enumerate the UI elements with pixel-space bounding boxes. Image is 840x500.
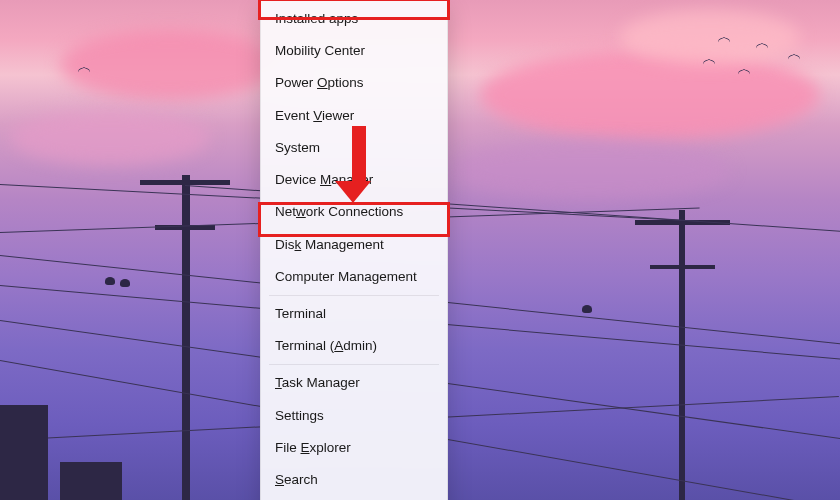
menu-item-label: File Explorer [275, 440, 351, 455]
menu-item-label: Event Viewer [275, 108, 354, 123]
menu-item-terminal-admin[interactable]: Terminal (Admin) [263, 330, 445, 362]
wallpaper-pole [679, 210, 685, 500]
menu-separator [269, 364, 439, 365]
menu-item-label: System [275, 140, 320, 155]
menu-item-label: Task Manager [275, 375, 360, 390]
menu-item-label: Disk Management [275, 237, 384, 252]
menu-item-computer-management[interactable]: Computer Management [263, 261, 445, 293]
wallpaper-pole [182, 175, 190, 500]
menu-item-label: Installed apps [275, 11, 358, 26]
winx-context-menu: Installed appsMobility CenterPower Optio… [260, 0, 448, 500]
menu-item-system[interactable]: System [263, 132, 445, 164]
menu-separator [269, 295, 439, 296]
wallpaper-cloud [450, 140, 730, 200]
wallpaper-building [0, 405, 48, 500]
menu-item-search[interactable]: Search [263, 464, 445, 496]
menu-item-label: Computer Management [275, 269, 417, 284]
wallpaper-crossbar [650, 265, 715, 269]
wallpaper-bird [703, 60, 715, 66]
menu-item-installed-apps[interactable]: Installed apps [263, 3, 445, 35]
menu-item-label: Mobility Center [275, 43, 365, 58]
menu-item-power-options[interactable]: Power Options [263, 67, 445, 99]
menu-item-disk-management[interactable]: Disk Management [263, 229, 445, 261]
wallpaper-bird [738, 70, 750, 76]
menu-item-label: Terminal [275, 306, 326, 321]
menu-item-mobility-center[interactable]: Mobility Center [263, 35, 445, 67]
menu-item-label: Power Options [275, 75, 364, 90]
menu-item-run[interactable]: Run [263, 496, 445, 500]
menu-item-file-explorer[interactable]: File Explorer [263, 432, 445, 464]
menu-item-network-connections[interactable]: Network Connections [263, 196, 445, 228]
menu-item-device-manager[interactable]: Device Manager [263, 164, 445, 196]
wallpaper-cloud [480, 50, 820, 140]
wallpaper-bird-sitting [120, 279, 130, 287]
menu-item-settings[interactable]: Settings [263, 400, 445, 432]
menu-item-terminal[interactable]: Terminal [263, 298, 445, 330]
wallpaper-cloud [60, 30, 280, 100]
menu-item-label: Terminal (Admin) [275, 338, 377, 353]
wallpaper-bird [78, 68, 90, 74]
wallpaper-bird [756, 44, 768, 50]
menu-item-label: Device Manager [275, 172, 373, 187]
wallpaper-bird-sitting [105, 277, 115, 285]
wallpaper-bird [788, 55, 800, 61]
menu-item-task-manager[interactable]: Task Manager [263, 367, 445, 399]
wallpaper-cloud [620, 10, 800, 65]
wallpaper-bird-sitting [582, 305, 592, 313]
menu-item-label: Settings [275, 408, 324, 423]
menu-item-label: Search [275, 472, 318, 487]
wallpaper-cloud [10, 110, 210, 165]
menu-item-label: Network Connections [275, 204, 403, 219]
wallpaper-building [60, 462, 122, 500]
menu-item-event-viewer[interactable]: Event Viewer [263, 100, 445, 132]
wallpaper-bird [718, 38, 730, 44]
